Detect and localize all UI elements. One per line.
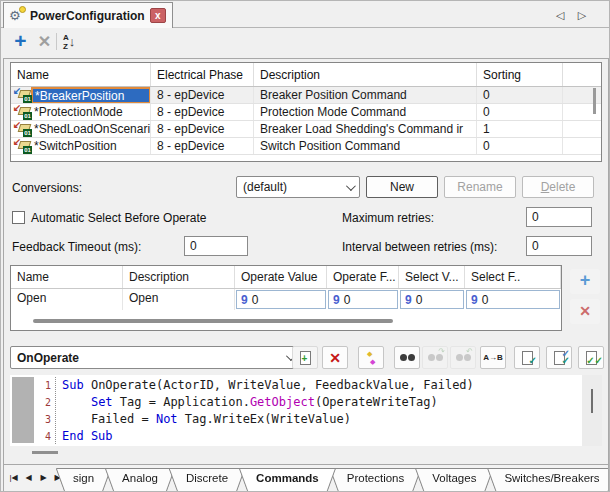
column-header-select-value[interactable]: Select V...: [399, 266, 465, 288]
tab-voltages[interactable]: Voltages: [416, 469, 492, 491]
code-line: Failed = Not Tag.WriteEx(WriteValue): [62, 411, 582, 428]
table-row[interactable]: ↙01 *SwitchPosition 8 - epDevice Switch …: [11, 138, 601, 155]
cell-name: *SwitchPosition: [32, 139, 150, 154]
column-header-description[interactable]: Description: [254, 63, 477, 86]
conversions-label: Conversions:: [12, 181, 82, 195]
tab-switches-breakers[interactable]: Switches/Breakers: [488, 469, 608, 491]
add-value-button[interactable]: +: [570, 269, 600, 294]
select-fail-field[interactable]: 90: [466, 290, 560, 309]
replace-button[interactable]: A→B: [480, 346, 506, 369]
line-number: 2: [34, 394, 51, 411]
feedback-timeout-input[interactable]: 0: [184, 236, 248, 256]
tab-commands[interactable]: Commands: [240, 469, 335, 491]
write-tag-icon: ↙01: [13, 139, 32, 154]
table-row[interactable]: ↙01 *BreakerPosition 8 - epDevice Breake…: [11, 87, 601, 104]
chevron-down-icon: [346, 181, 356, 191]
write-tag-icon: ↙01: [13, 122, 32, 137]
column-header-operate-fail[interactable]: Operate F...: [327, 266, 399, 288]
operate-fail-field[interactable]: 90: [328, 290, 398, 309]
first-tab-icon[interactable]: |◀: [7, 470, 20, 486]
compile-check-button[interactable]: ✓✓: [578, 346, 604, 369]
commands-table-header: Name Electrical Phase Description Sortin…: [11, 63, 601, 87]
commands-panel: Name Electrical Phase Description Sortin…: [3, 58, 609, 492]
delete-value-button[interactable]: ✕: [570, 299, 600, 324]
auto-select-label: Automatic Select Before Operate: [31, 211, 206, 225]
add-command-button[interactable]: +: [10, 31, 31, 52]
validate-all-button[interactable]: ✓✓: [546, 346, 572, 369]
script-code-editor[interactable]: 1 2 3 4 Sub OnOperate(ActorID, WriteValu…: [10, 375, 582, 446]
column-header-select-fail[interactable]: Select F..: [465, 266, 561, 288]
binoculars-icon: [400, 354, 415, 361]
delete-script-button[interactable]: ✕: [322, 346, 348, 369]
toolbar-divider: [56, 33, 57, 50]
operate-value-field[interactable]: 90: [236, 290, 326, 309]
write-tag-icon: ↙01: [13, 105, 32, 120]
cell-sorting: 1: [477, 121, 563, 137]
find-next-button[interactable]: ↷: [422, 346, 448, 369]
tab-analog[interactable]: Analog: [106, 469, 174, 491]
scrollbar-thumb[interactable]: [591, 389, 593, 413]
tab-power-configuration[interactable]: ⚙ PowerConfiguration x: [3, 2, 173, 28]
diamond-icon: ◆: [370, 358, 375, 365]
interval-retries-input[interactable]: 0: [526, 236, 592, 256]
tab-discrete[interactable]: Discrete: [170, 469, 244, 491]
numeric-type-icon: 9: [471, 293, 478, 307]
table-row[interactable]: ↙01 *ProtectionMode 8 - epDevice Protect…: [11, 104, 601, 121]
sheet-tabs: sign Analog Discrete Commands Protection…: [67, 469, 608, 491]
tab-protections[interactable]: Protections: [331, 469, 421, 491]
validate-script-button[interactable]: ✓: [514, 346, 540, 369]
max-retries-label: Maximum retries:: [342, 211, 434, 225]
gutter-separator: [55, 377, 56, 444]
tab-scroll-right-icon[interactable]: ▷: [575, 8, 589, 22]
document-tab-title: PowerConfiguration: [30, 9, 145, 23]
power-configuration-window: ⚙ PowerConfiguration x ◁ ▷ + ✕ AZ ↓ Name…: [0, 0, 610, 492]
editor-hscrollbar-thumb[interactable]: [32, 451, 58, 454]
find-previous-button[interactable]: ↶: [450, 346, 476, 369]
replace-ab-icon: A→B: [483, 353, 503, 362]
tag-browser-button[interactable]: ◆ ◆: [358, 346, 384, 369]
scrollbar-thumb[interactable]: [593, 88, 596, 114]
find-button[interactable]: [394, 346, 420, 369]
script-event-select[interactable]: OnOperate: [10, 346, 300, 369]
code-line: Sub OnOperate(ActorID, WriteValue, Feedb…: [62, 377, 582, 394]
code-line: Set Tag = Application.GetObject(OperateW…: [62, 394, 582, 411]
new-button[interactable]: New: [366, 176, 438, 198]
delete-button[interactable]: Delete: [522, 176, 594, 198]
column-header-electrical-phase[interactable]: Electrical Phase: [151, 63, 254, 86]
editor-vscrollbar[interactable]: [582, 375, 602, 446]
previous-tab-icon[interactable]: ◀: [22, 470, 35, 486]
table-row[interactable]: ↙01 *ShedLoadOnScenario 8 - epDevice Bre…: [11, 121, 601, 138]
cell-electrical-phase: 8 - epDevice: [151, 87, 254, 103]
next-tab-icon[interactable]: ▶: [37, 470, 50, 486]
commands-table-scrollbar[interactable]: [593, 88, 596, 158]
values-table-hscrollbar[interactable]: [33, 319, 393, 323]
rename-button[interactable]: Rename: [444, 176, 516, 198]
sort-az-button[interactable]: AZ ↓: [63, 32, 85, 52]
cell-name: *ShedLoadOnScenario: [32, 122, 150, 137]
close-tab-icon[interactable]: x: [150, 8, 166, 23]
delete-command-button[interactable]: ✕: [34, 31, 55, 52]
conversions-select[interactable]: (default): [236, 176, 360, 198]
auto-select-checkbox[interactable]: [12, 211, 25, 224]
cell-description: Switch Position Command: [254, 138, 477, 154]
column-header-description[interactable]: Description: [123, 266, 235, 288]
tab-scroll-left-icon[interactable]: ◁: [553, 8, 567, 22]
column-header-name[interactable]: Name: [11, 63, 151, 86]
line-number: 3: [34, 411, 51, 428]
write-tag-icon: ↙01: [13, 88, 32, 103]
new-script-button[interactable]: +: [292, 346, 318, 369]
cell-electrical-phase: 8 - epDevice: [151, 121, 254, 137]
column-header-sorting[interactable]: Sorting: [477, 63, 563, 86]
operate-values-table: Name Description Operate Value Operate F…: [10, 265, 562, 331]
line-number: 4: [34, 428, 51, 445]
column-header-name[interactable]: Name: [11, 266, 123, 288]
column-header-operate-value[interactable]: Operate Value: [235, 266, 327, 288]
editor-gutter: [12, 377, 34, 443]
tab-design[interactable]: sign: [57, 469, 110, 491]
cell-electrical-phase: 8 - epDevice: [151, 104, 254, 120]
select-value-field[interactable]: 90: [400, 290, 464, 309]
numeric-type-icon: 9: [405, 293, 412, 307]
max-retries-input[interactable]: 0: [526, 207, 592, 227]
cell-sorting: 0: [477, 104, 563, 120]
table-row[interactable]: Open Open 90 90 90 90: [11, 289, 561, 310]
